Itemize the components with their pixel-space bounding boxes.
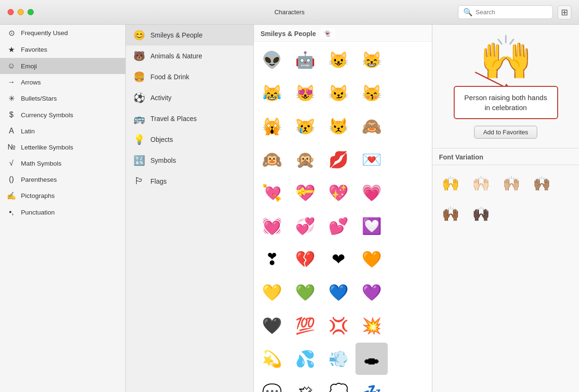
- emoji-cell[interactable]: 🙀: [256, 110, 288, 142]
- emoji-cell[interactable]: 👽: [256, 44, 288, 76]
- emoji-cell[interactable]: 💘: [256, 177, 288, 209]
- cat-label-activity: Activity: [150, 94, 171, 102]
- emoji-cell[interactable]: 🕳: [355, 343, 388, 375]
- maximize-button[interactable]: [28, 9, 34, 15]
- emoji-cell[interactable]: 🙉: [256, 143, 288, 176]
- sidebar-icon-punctuation: •,: [7, 208, 16, 216]
- font-variation-cell[interactable]: 🙌: [436, 169, 465, 197]
- emoji-cell[interactable]: 💞: [289, 210, 321, 242]
- window-controls: [8, 9, 34, 15]
- sidebar-item-latin[interactable]: ALatin: [0, 123, 125, 139]
- emoji-cell[interactable]: 😾: [322, 110, 355, 142]
- cat-label-objects: Objects: [150, 136, 173, 143]
- search-input[interactable]: [476, 9, 548, 16]
- cat-icon-smileys-people: 😊: [133, 29, 145, 41]
- emoji-cell[interactable]: 💨: [322, 343, 355, 375]
- sidebar-item-parentheses[interactable]: ()Parentheses: [0, 171, 125, 187]
- category-item-animals-nature[interactable]: 🐻Animals & Nature: [126, 46, 253, 66]
- category-item-flags[interactable]: 🏳Flags: [126, 171, 253, 191]
- sidebar-label-parentheses: Parentheses: [21, 176, 57, 183]
- font-variation-grid: 🙌🙌🏻🙌🏼🙌🏽🙌🏾🙌🏿: [432, 165, 579, 232]
- sidebar-item-frequently-used[interactable]: ⊙Frequently Used: [0, 25, 125, 41]
- sidebar-icon-letterlike-symbols: №: [7, 143, 16, 151]
- emoji-cell[interactable]: 💬: [256, 376, 288, 392]
- cat-label-food-drink: Food & Drink: [150, 73, 189, 81]
- emoji-cell[interactable]: 💖: [322, 177, 355, 209]
- add-favorites-button[interactable]: Add to Favorites: [474, 126, 537, 139]
- emoji-cell[interactable]: 💌: [355, 143, 388, 176]
- emoji-cell[interactable]: ❣: [256, 243, 288, 275]
- emoji-cell[interactable]: 💢: [322, 309, 355, 342]
- emoji-cell[interactable]: 😼: [322, 77, 355, 109]
- sidebar-item-emoji[interactable]: ☺Emoji: [0, 58, 125, 74]
- right-panel: 🙌 Person raising both hands in celebrati…: [432, 25, 579, 392]
- sidebar-icon-math-symbols: √: [7, 159, 16, 168]
- category-item-food-drink[interactable]: 🍔Food & Drink: [126, 66, 253, 87]
- emoji-cell[interactable]: 😹: [256, 77, 288, 109]
- font-variation-cell[interactable]: 🙌🏿: [467, 199, 495, 228]
- emoji-cell[interactable]: 💛: [256, 276, 288, 308]
- sidebar-item-arrows[interactable]: →Arrows: [0, 74, 125, 90]
- emoji-grid: 👽🤖😺😸😹😻😼😽🙀😿😾🙈🙉🙊💋💌💘💝💖💗💓💞💕💟❣💔❤🧡💛💚💙💜🖤💯💢💥💫💦💨🕳…: [256, 44, 430, 392]
- sidebar-icon-emoji: ☺: [7, 62, 16, 70]
- emoji-cell[interactable]: 😿: [289, 110, 321, 142]
- emoji-cell[interactable]: 💚: [289, 276, 321, 308]
- sidebar-item-letterlike-symbols[interactable]: №Letterlike Symbols: [0, 139, 125, 155]
- emoji-cell[interactable]: 🙈: [355, 110, 388, 142]
- category-item-objects[interactable]: 💡Objects: [126, 129, 253, 150]
- sidebar-item-favorites[interactable]: ★Favorites: [0, 41, 125, 58]
- cat-label-flags: Flags: [150, 177, 167, 185]
- cat-icon-activity: ⚽: [133, 92, 145, 103]
- sidebar-item-punctuation[interactable]: •,Punctuation: [0, 204, 125, 220]
- emoji-cell[interactable]: 💥: [355, 309, 388, 342]
- font-variation-cell[interactable]: 🙌🏻: [467, 169, 495, 197]
- sidebar-label-latin: Latin: [21, 128, 35, 135]
- emoji-cell[interactable]: ❤: [322, 243, 355, 275]
- section-header-text: Smileys & People: [261, 30, 316, 37]
- emoji-cell[interactable]: 🙊: [289, 143, 321, 176]
- emoji-cell[interactable]: 😸: [355, 44, 388, 76]
- emoji-cell[interactable]: 💙: [322, 276, 355, 308]
- emoji-cell[interactable]: 😽: [355, 77, 388, 109]
- emoji-cell[interactable]: 💓: [256, 210, 288, 242]
- sidebar-item-math-symbols[interactable]: √Math Symbols: [0, 155, 125, 171]
- close-button[interactable]: [8, 9, 14, 15]
- emoji-cell[interactable]: 😻: [289, 77, 321, 109]
- category-item-travel-places[interactable]: 🚌Travel & Places: [126, 108, 253, 129]
- font-variation-cell[interactable]: 🙌🏾: [436, 199, 465, 228]
- emoji-cell[interactable]: 🗯: [289, 376, 321, 392]
- emoji-cell[interactable]: 💋: [322, 143, 355, 176]
- emoji-cell[interactable]: 💕: [322, 210, 355, 242]
- sidebar-item-currency-symbols[interactable]: $Currency Symbols: [0, 107, 125, 123]
- minimize-button[interactable]: [18, 9, 24, 15]
- emoji-cell[interactable]: 💯: [289, 309, 321, 342]
- emoji-cell[interactable]: 💗: [355, 177, 388, 209]
- emoji-cell[interactable]: 💤: [355, 376, 388, 392]
- category-item-smileys-people[interactable]: 😊Smileys & People: [126, 25, 253, 46]
- emoji-cell[interactable]: 💫: [256, 343, 288, 375]
- category-item-symbols[interactable]: 🔣Symbols: [126, 150, 253, 171]
- emoji-cell[interactable]: 💟: [355, 210, 388, 242]
- emoji-cell[interactable]: 💦: [289, 343, 321, 375]
- emoji-cell[interactable]: 💜: [355, 276, 388, 308]
- emoji-cell[interactable]: 🧡: [355, 243, 388, 275]
- emoji-scroll[interactable]: 👽🤖😺😸😹😻😼😽🙀😿😾🙈🙉🙊💋💌💘💝💖💗💓💞💕💟❣💔❤🧡💛💚💙💜🖤💯💢💥💫💦💨🕳…: [254, 42, 432, 392]
- emoji-cell[interactable]: 💔: [289, 243, 321, 275]
- sidebar-label-currency-symbols: Currency Symbols: [21, 112, 73, 119]
- emoji-cell[interactable]: 😺: [322, 44, 355, 76]
- tooltip-box: Person raising both hands in celebration: [454, 86, 558, 119]
- emoji-cell[interactable]: 🖤: [256, 309, 288, 342]
- sidebar-label-math-symbols: Math Symbols: [21, 160, 62, 167]
- search-box[interactable]: 🔍: [458, 5, 553, 19]
- font-variation-cell[interactable]: 🙌🏼: [497, 169, 525, 197]
- font-variation-cell[interactable]: 🙌🏽: [527, 169, 556, 197]
- sidebar-item-bullets-stars[interactable]: ✳Bullets/Stars: [0, 90, 125, 107]
- category-item-activity[interactable]: ⚽Activity: [126, 87, 253, 108]
- sidebar-label-frequently-used: Frequently Used: [21, 29, 68, 37]
- grid-view-button[interactable]: ⊞: [558, 5, 571, 19]
- emoji-cell[interactable]: 💭: [322, 376, 355, 392]
- sidebar-item-pictographs[interactable]: ✍Pictographs: [0, 187, 125, 204]
- emoji-cell[interactable]: 🤖: [289, 44, 321, 76]
- emoji-cell[interactable]: 💝: [289, 177, 321, 209]
- sidebar-icon-latin: A: [7, 127, 16, 135]
